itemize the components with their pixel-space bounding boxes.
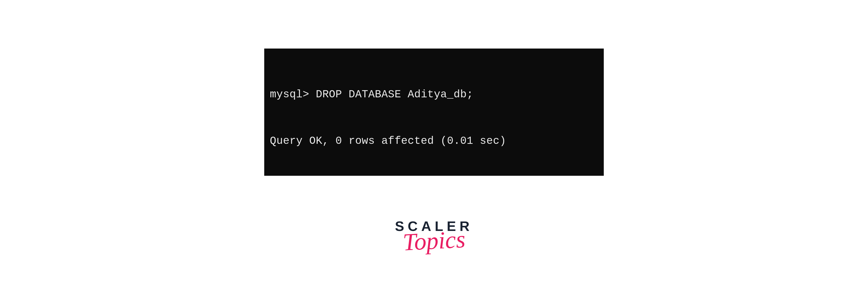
logo-secondary-text: Topics (402, 229, 466, 253)
terminal-command-line: mysql> DROP DATABASE Aditya_db; (270, 87, 596, 102)
terminal-output-line: Query OK, 0 rows affected (0.01 sec) (270, 133, 596, 149)
scaler-topics-logo: SCALER Topics (395, 219, 473, 251)
terminal-window: mysql> DROP DATABASE Aditya_db; Query OK… (264, 49, 604, 176)
